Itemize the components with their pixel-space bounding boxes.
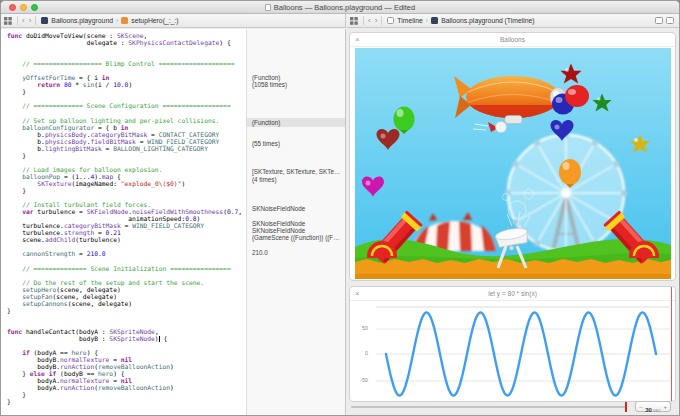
function-symbol-icon — [121, 17, 128, 24]
divider — [381, 16, 382, 25]
proxy-document-icon — [265, 4, 271, 11]
duration-decrease-button[interactable]: − — [639, 404, 643, 410]
back-button[interactable]: ‹ — [366, 16, 373, 25]
chart-card: × let y = 80 * sin(x) 50 0 -50 — [349, 286, 676, 402]
divider — [35, 16, 36, 25]
forward-button[interactable]: › — [27, 16, 34, 25]
balloons-scene-svg — [355, 48, 671, 279]
y-tick-label: 0 — [352, 350, 368, 356]
sine-plot-svg — [350, 301, 675, 401]
live-view-header: × Balloons — [350, 33, 675, 47]
breadcrumb-separator: › — [426, 17, 428, 24]
result-item[interactable]: (1058 times) — [247, 80, 345, 89]
editor-jump-bar: ‹ › Balloons.playground › setupHero(_:_:… — [1, 14, 346, 28]
scrubber-track[interactable] — [351, 406, 627, 408]
y-tick-label: 50 — [352, 325, 368, 331]
playground-file-icon — [41, 17, 48, 24]
timeline-icon — [387, 17, 394, 24]
main-content: func doDidMoveToView(scene : SKScene, de… — [1, 29, 679, 415]
breadcrumb-file[interactable]: Balloons.playground — [41, 17, 113, 24]
close-assistant-editor-button[interactable] — [666, 17, 674, 24]
duration-increase-button[interactable]: + — [663, 404, 667, 410]
sine-plot: 50 0 -50 — [350, 301, 675, 401]
live-view-title: Balloons — [500, 36, 525, 43]
breadcrumb-symbol[interactable]: setupHero(_:_:) — [121, 17, 178, 24]
duration-stepper: − 30sec + — [635, 401, 671, 412]
back-button[interactable]: ‹ — [20, 16, 27, 25]
balloon-red — [565, 85, 589, 107]
results-sidebar: (Function)(1058 times)(Function)(55 time… — [246, 29, 346, 415]
title-bar: Balloons — Balloons.playground — Edited — [1, 1, 679, 14]
ground-shadow — [355, 274, 671, 279]
related-items-icon[interactable] — [4, 17, 12, 25]
y-tick-label: -50 — [352, 377, 368, 383]
breadcrumb-group[interactable]: Timeline — [387, 17, 422, 24]
source-editor[interactable]: func doDidMoveToView(scene : SKScene, de… — [1, 29, 246, 415]
assistant-editor-buttons — [652, 17, 674, 24]
xcode-playground-window: Balloons — Balloons.playground — Edited … — [0, 0, 680, 416]
close-icon[interactable]: × — [355, 287, 360, 301]
result-item[interactable]: (55 times) — [247, 139, 345, 148]
result-item[interactable]: (4 times) — [247, 175, 345, 184]
result-item[interactable]: (Function) — [247, 118, 345, 127]
related-items-icon[interactable] — [350, 17, 358, 25]
result-item[interactable]: (GameScene ((Function)) ((F… — [247, 233, 345, 242]
divider — [363, 16, 364, 25]
gondola — [505, 116, 522, 124]
breadcrumb-separator: › — [116, 17, 118, 24]
live-view-card: × Balloons — [349, 32, 676, 281]
window-title: Balloons — Balloons.playground — Edited — [1, 3, 679, 12]
chart-header: × let y = 80 * sin(x) — [350, 287, 675, 301]
timeline-playhead[interactable] — [671, 287, 673, 401]
result-item[interactable]: 210.0 — [247, 248, 345, 257]
spritekit-scene — [355, 48, 671, 279]
forward-button[interactable]: › — [373, 16, 380, 25]
code-lines: func doDidMoveToView(scene : SKScene, de… — [1, 29, 246, 405]
timeline-scrubber-bar: − 30sec + — [347, 399, 679, 415]
timeline-pane: × Balloons — [347, 29, 679, 415]
playground-file-icon — [431, 17, 438, 24]
chart-title: let y = 80 * sin(x) — [488, 290, 537, 297]
close-icon[interactable]: × — [355, 33, 360, 47]
result-item[interactable]: SKNoiseFieldNode — [247, 204, 345, 213]
duration-value: 30sec — [645, 398, 660, 416]
divider — [17, 16, 18, 25]
breadcrumb-file[interactable]: Balloons.playground (Timeline) — [431, 17, 534, 24]
assistant-jump-bar: ‹ › Timeline › Balloons.playground (Time… — [347, 14, 679, 28]
scrubber-position-marker[interactable] — [625, 402, 627, 412]
add-assistant-editor-button[interactable] — [655, 17, 663, 24]
